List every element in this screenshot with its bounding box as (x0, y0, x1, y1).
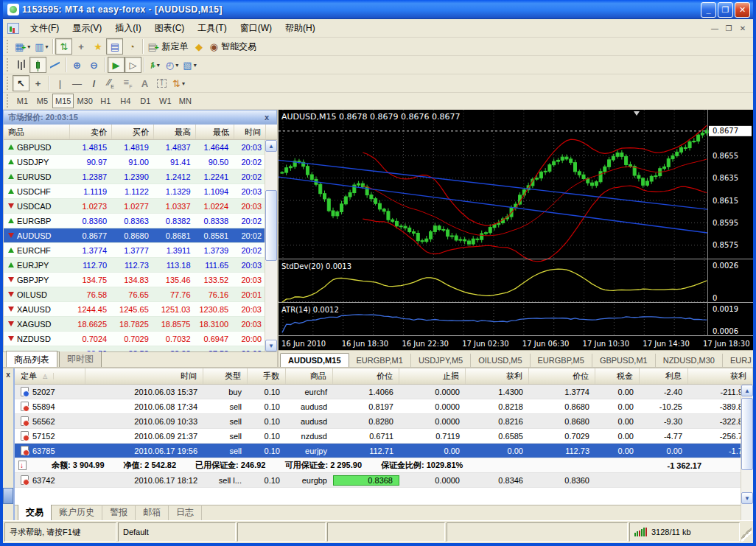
market-watch-row[interactable]: AUDUSD0.86770.86800.86810.858120:02 (4, 228, 265, 243)
toolbar-grip[interactable] (7, 77, 10, 90)
terminal-order-row[interactable]: 520272010.06.03 15:37buy0.10eurchf1.4066… (15, 385, 753, 399)
terminal-col-header[interactable]: 时间 (85, 368, 203, 384)
terminal-button[interactable]: ▤ (106, 38, 123, 55)
expert-advisors-button[interactable]: ◉智能交易 (208, 38, 259, 55)
crosshair-button[interactable]: + (29, 75, 46, 91)
periods-button[interactable]: ◴▾ (164, 57, 181, 73)
market-watch-button[interactable]: ⇅ (55, 38, 72, 55)
terminal-col-header[interactable]: 商品 (286, 368, 333, 384)
child-minimize-button[interactable]: — (709, 23, 721, 33)
market-watch-scrollbar[interactable]: ▲ ▼ (265, 140, 277, 351)
period-button-m30[interactable]: M30 (74, 94, 95, 108)
dropdown-arrow-icon[interactable]: ▾ (175, 62, 178, 69)
market-watch-row[interactable]: USDCHF1.11191.11221.13291.109420:03 (4, 184, 265, 199)
metaeditor-button[interactable]: ◆ (191, 38, 208, 55)
dropdown-arrow-icon[interactable]: ▾ (27, 43, 30, 50)
period-button-m5[interactable]: M5 (32, 94, 52, 108)
terminal-order-row[interactable]: 637852010.06.17 19:56sell0.10eurjpy112.7… (15, 444, 753, 458)
market-watch-col-header[interactable]: 时间 (234, 125, 266, 139)
market-watch-row[interactable]: GBPUSD1.48151.48191.48371.464420:03 (4, 140, 265, 155)
menu-item-5[interactable]: 窗口(W) (234, 20, 279, 37)
market-watch-tab-1[interactable]: 即时图 (59, 351, 102, 367)
market-watch-col-header[interactable]: 买价 (112, 125, 154, 139)
zoom-in-button[interactable]: ⊕ (69, 57, 85, 73)
terminal-order-row[interactable]: 571522010.06.09 21:37sell0.10nzdusd0.671… (15, 429, 753, 444)
period-button-m15[interactable]: M15 (52, 94, 74, 108)
scrollbar-thumb[interactable] (265, 190, 277, 261)
terminal-col-header[interactable]: 手数 (248, 368, 286, 384)
trendline-button[interactable]: / (85, 75, 102, 91)
period-button-m1[interactable]: M1 (13, 94, 32, 108)
status-profile[interactable]: Default (118, 522, 236, 542)
chart-tab-2[interactable]: USDJPY,M5 (411, 354, 471, 367)
scrollbar-thumb[interactable] (741, 398, 753, 470)
strategy-tester-button[interactable]: ◔ (123, 38, 140, 55)
terminal-side-icon[interactable] (3, 488, 13, 504)
chart-tab-1[interactable]: EURGBP,M1 (349, 354, 411, 367)
zoom-out-button[interactable]: ⊖ (85, 57, 102, 73)
market-watch-col-header[interactable]: 卖价 (70, 125, 112, 139)
terminal-col-header[interactable]: 价位 (529, 368, 595, 384)
scroll-up-icon[interactable]: ▲ (265, 140, 277, 152)
market-watch-col-header[interactable]: 最高 (154, 125, 196, 139)
chart-tab-4[interactable]: EURGBP,M5 (531, 354, 592, 367)
terminal-close-icon[interactable]: x (4, 370, 13, 379)
menu-item-1[interactable]: 显示(V) (66, 20, 108, 37)
new-order-button[interactable]: ▤+新定单 (145, 38, 190, 55)
profiles-button[interactable]: ▥▾ (32, 38, 50, 55)
terminal-col-header[interactable]: 获利 (466, 368, 529, 384)
period-button-h4[interactable]: H4 (116, 94, 136, 108)
period-button-mn[interactable]: MN (175, 94, 195, 108)
market-watch-tab-0[interactable]: 商品列表 (6, 351, 57, 367)
templates-button[interactable]: ▧▾ (181, 57, 198, 73)
terminal-order-row[interactable]: 565622010.06.09 10:33sell0.10audusd0.828… (15, 414, 753, 429)
terminal-tab-2[interactable]: 警报 (102, 505, 136, 520)
terminal-tab-1[interactable]: 账户历史 (52, 505, 102, 520)
terminal-tab-0[interactable]: 交易 (18, 504, 52, 520)
terminal-col-header[interactable]: 类型 (203, 368, 248, 384)
menu-item-2[interactable]: 插入(I) (108, 20, 147, 37)
market-watch-row[interactable]: EURJPY112.70112.73113.18111.6520:03 (4, 258, 265, 273)
toolbar-grip[interactable] (7, 58, 10, 71)
menu-item-3[interactable]: 图表(C) (148, 20, 192, 37)
text-button[interactable]: A (136, 75, 153, 91)
cursor-button[interactable]: ↖ (13, 75, 29, 91)
terminal-col-header[interactable]: 止损 (399, 368, 466, 384)
period-button-h1[interactable]: H1 (96, 94, 116, 108)
chart-tab-7[interactable]: EURJ (723, 354, 753, 367)
scroll-down-icon[interactable]: ▼ (741, 492, 753, 504)
terminal-col-header[interactable]: 定单 ◬ (15, 368, 85, 384)
dropdown-arrow-icon[interactable]: ▾ (182, 80, 185, 87)
data-window-button[interactable]: + (72, 38, 89, 55)
chart-shift-button[interactable]: ▷ (125, 57, 141, 73)
candlesticks-button[interactable] (29, 57, 46, 73)
terminal-order-row[interactable]: 558942010.06.08 17:34sell0.10audusd0.819… (15, 399, 753, 414)
fibonacci-button[interactable]: ≡F (119, 75, 136, 91)
dropdown-arrow-icon[interactable]: ▾ (45, 43, 48, 50)
chart-tab-5[interactable]: GBPUSD,M1 (592, 354, 656, 367)
auto-scroll-button[interactable]: ▶ (108, 57, 125, 73)
market-watch-row[interactable]: USDJPY90.9791.0091.4190.5020:02 (4, 155, 265, 169)
toolbar-grip[interactable] (7, 40, 10, 53)
terminal-tab-3[interactable]: 邮箱 (136, 505, 169, 520)
resize-grip[interactable] (741, 522, 752, 542)
toolbar-grip[interactable] (7, 94, 10, 108)
market-watch-row[interactable]: GBPJPY134.75134.83135.46133.5220:03 (4, 273, 265, 287)
market-watch-row[interactable]: EURCHF1.37741.37771.39111.373920:02 (4, 243, 265, 258)
market-watch-row[interactable]: XAUUSD1244.451245.651251.031230.8520:03 (4, 302, 265, 317)
terminal-col-header[interactable]: 税金 (595, 368, 640, 384)
period-button-d1[interactable]: D1 (136, 94, 155, 108)
balance-row[interactable]: 余额: 3 904.99净值: 2 542.82已用保证金: 246.92可用保… (15, 458, 753, 473)
terminal-col-header[interactable]: 获利 (688, 368, 753, 384)
menu-item-0[interactable]: 文件(F) (24, 20, 66, 37)
dropdown-arrow-icon[interactable]: ▾ (194, 62, 197, 69)
horizontal-line-button[interactable]: — (69, 75, 85, 91)
indicators-button[interactable]: f+▾ (147, 57, 164, 73)
price-chart[interactable]: AUDUSD,M15 0.8678 0.8679 0.8676 0.8677St… (279, 110, 753, 350)
period-button-w1[interactable]: W1 (155, 94, 175, 108)
close-button[interactable]: ✕ (735, 2, 750, 18)
arrows-button[interactable]: ⇅▾ (170, 75, 187, 91)
menu-item-4[interactable]: 工具(T) (191, 20, 233, 37)
terminal-col-header[interactable]: 利息 (640, 368, 688, 384)
chart-tab-6[interactable]: NZDUSD,M30 (656, 354, 723, 367)
